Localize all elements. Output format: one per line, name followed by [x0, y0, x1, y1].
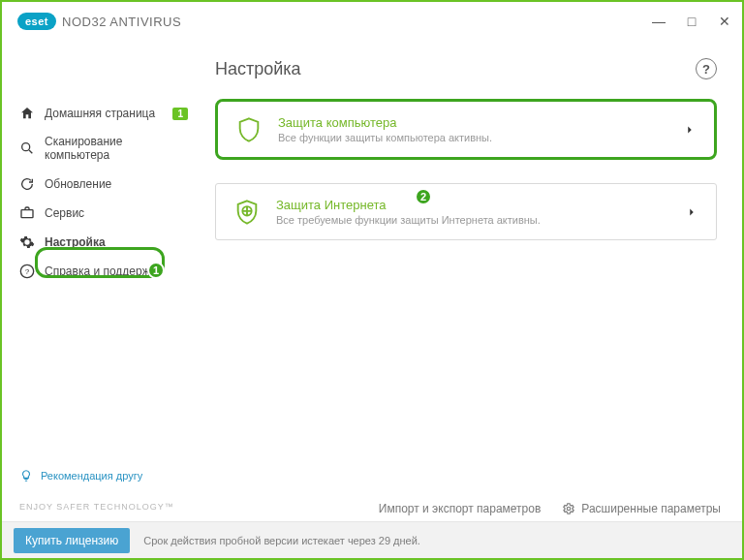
sidebar-item-tools[interactable]: Сервис [2, 199, 205, 228]
import-export-label: Импорт и экспорт параметров [379, 502, 542, 515]
gear-icon [562, 502, 575, 515]
gear-icon [19, 234, 35, 250]
recommend-label: Рекомендация другу [41, 470, 142, 482]
trial-status: Срок действия пробной версии истекает че… [143, 535, 420, 546]
card-title: Защита компьютера [278, 115, 667, 130]
chevron-right-icon [683, 123, 697, 137]
help-button[interactable]: ? [696, 58, 717, 79]
main-row: Домашняя страница 1 Сканирование компьют… [2, 41, 742, 521]
card-title: Защита Интернета [276, 198, 669, 212]
search-icon [19, 140, 35, 156]
home-icon [19, 106, 35, 121]
sidebar-item-update[interactable]: Обновление [2, 170, 205, 199]
buy-license-button[interactable]: Купить лицензию [14, 528, 130, 553]
shield-icon [235, 116, 263, 143]
titlebar: eset NOD32 ANTIVIRUS — □ ✕ [2, 2, 742, 41]
briefcase-icon [19, 205, 35, 221]
advanced-settings-link[interactable]: Расширенные параметры [562, 502, 721, 515]
chevron-right-icon [685, 205, 698, 219]
app-window: eset NOD32 ANTIVIRUS — □ ✕ Домашняя стра… [0, 0, 744, 560]
app-title: NOD32 ANTIVIRUS [62, 15, 181, 29]
main-panel: Настройка ? Защита компьютера Все функци… [205, 41, 742, 521]
content: Домашняя страница 1 Сканирование компьют… [2, 41, 742, 558]
card-subtitle: Все требуемые функции защиты Интернета а… [276, 214, 669, 226]
window-controls: — □ ✕ [651, 14, 732, 29]
close-button[interactable]: ✕ [717, 14, 732, 29]
import-export-icon [359, 502, 373, 515]
footer-actions: Импорт и экспорт параметров Расширенные … [359, 502, 721, 515]
sidebar-item-help[interactable]: ? Справка и поддержка [2, 257, 205, 286]
svg-point-0 [22, 143, 30, 151]
svg-rect-1 [21, 209, 33, 217]
page-title: Настройка [215, 59, 301, 79]
card-internet-protection[interactable]: Защита Интернета Все требуемые функции з… [215, 183, 717, 240]
minimize-button[interactable]: — [651, 14, 666, 29]
brand-logo: eset [17, 13, 56, 30]
help-icon: ? [19, 264, 35, 279]
tutorial-step-2-badge: 2 [415, 188, 432, 205]
sidebar-item-setup[interactable]: Настройка [2, 228, 205, 257]
card-text: Защита компьютера Все функции защиты ком… [278, 115, 667, 143]
sidebar-item-label: Сервис [45, 206, 84, 220]
card-subtitle: Все функции защиты компьютера активны. [278, 132, 667, 143]
sidebar-badge: 1 [172, 108, 188, 120]
sidebar-item-label: Обновление [45, 177, 111, 191]
bottom-bar: Купить лицензию Срок действия пробной ве… [2, 521, 742, 558]
shield-globe-icon [233, 199, 261, 226]
maximize-button[interactable]: □ [684, 14, 699, 29]
svg-point-5 [568, 507, 572, 511]
sidebar-item-label: Настройка [45, 235, 106, 249]
tutorial-step-1-badge: 1 [147, 262, 165, 279]
page-title-row: Настройка ? [215, 58, 717, 79]
card-text: Защита Интернета Все требуемые функции з… [276, 198, 669, 226]
import-export-link[interactable]: Импорт и экспорт параметров [359, 502, 542, 515]
tagline: ENJOY SAFER TECHNOLOGY™ [19, 502, 174, 512]
sidebar-item-label: Домашняя страница [45, 107, 155, 120]
sidebar-item-scan[interactable]: Сканирование компьютера [2, 128, 205, 170]
refresh-icon [19, 176, 35, 192]
card-computer-protection[interactable]: Защита компьютера Все функции защиты ком… [215, 99, 717, 160]
sidebar: Домашняя страница 1 Сканирование компьют… [2, 41, 205, 521]
sidebar-item-label: Справка и поддержка [45, 264, 162, 278]
sidebar-item-home[interactable]: Домашняя страница 1 [2, 99, 205, 128]
sidebar-item-label: Сканирование компьютера [45, 135, 188, 163]
advanced-settings-label: Расширенные параметры [581, 502, 721, 515]
recommend-link[interactable]: Рекомендация другу [19, 469, 142, 482]
svg-text:?: ? [25, 266, 30, 275]
lightbulb-icon [19, 469, 33, 482]
